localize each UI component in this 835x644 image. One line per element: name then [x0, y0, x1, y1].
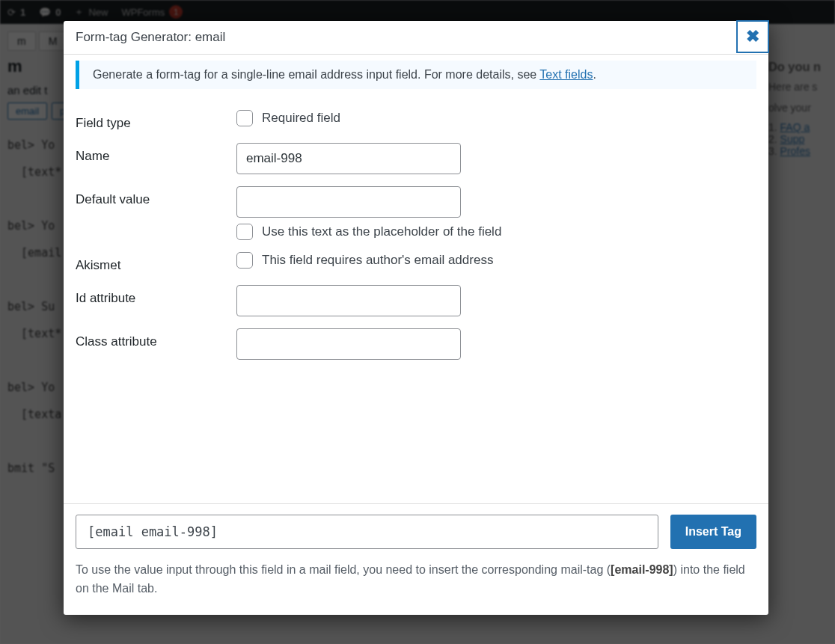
insert-tag-button[interactable]: Insert Tag	[670, 515, 756, 549]
info-bar: Generate a form-tag for a single-line em…	[76, 61, 756, 89]
id-attribute-input[interactable]	[236, 285, 461, 316]
akismet-checkbox-label: This field requires author's email addre…	[262, 253, 493, 268]
close-button[interactable]: ✖	[737, 21, 768, 52]
mail-tag-help-text: To use the value input through this fiel…	[76, 561, 756, 598]
close-icon: ✖	[746, 27, 759, 46]
modal-header: Form-tag Generator: email ✖	[64, 21, 768, 55]
text-fields-link[interactable]: Text fields	[539, 68, 593, 81]
name-label: Name	[76, 143, 236, 164]
required-checkbox-label: Required field	[262, 111, 340, 126]
id-attribute-label: Id attribute	[76, 285, 236, 306]
form-tag-generator-modal: Form-tag Generator: email ✖ Generate a f…	[64, 21, 768, 615]
class-attribute-label: Class attribute	[76, 328, 236, 349]
class-attribute-input[interactable]	[236, 328, 461, 360]
field-type-label: Field type	[76, 110, 236, 131]
required-checkbox[interactable]	[236, 110, 253, 126]
placeholder-checkbox-label: Use this text as the placeholder of the …	[262, 224, 501, 239]
generated-tag-output[interactable]	[76, 515, 658, 549]
name-input[interactable]	[236, 143, 461, 174]
default-value-input[interactable]	[236, 186, 461, 218]
modal-title: Form-tag Generator: email	[76, 30, 225, 44]
akismet-checkbox[interactable]	[236, 252, 253, 269]
default-value-label: Default value	[76, 186, 236, 207]
akismet-label: Akismet	[76, 252, 236, 273]
placeholder-checkbox[interactable]	[236, 224, 253, 240]
